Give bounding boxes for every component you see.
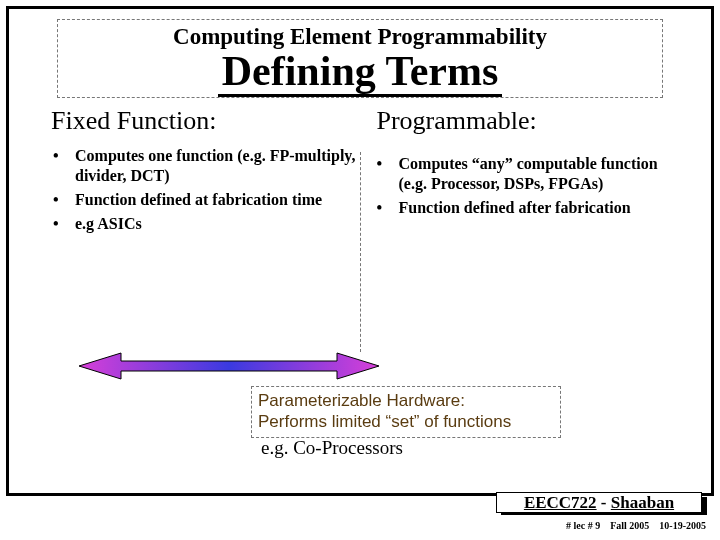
parameterizable-box: Parameterizable Hardware: Performs limit…	[251, 386, 561, 438]
double-arrow-icon	[79, 351, 379, 381]
coprocessors-caption: e.g. Co-Processors	[261, 437, 403, 459]
title-main: Defining Terms	[218, 48, 503, 97]
param-line2: Performs limited “set” of functions	[258, 411, 554, 432]
footer-term: Fall 2005	[610, 520, 649, 531]
heading-fixed-function: Fixed Function:	[49, 106, 356, 136]
footer-lec: # lec # 9	[566, 520, 600, 531]
bullet-icon: •	[53, 214, 75, 234]
badge-face: EECC722 - Shaaban	[496, 492, 702, 513]
svg-marker-0	[79, 353, 379, 379]
footer-meta: # lec # 9Fall 200510-19-2005	[556, 520, 706, 531]
list-item-text: Computes “any” computable function (e.g.…	[399, 154, 672, 194]
param-line1: Parameterizable Hardware:	[258, 390, 554, 411]
footer-author: Shaaban	[611, 493, 674, 512]
footer-badge: EECC722 - Shaaban	[496, 492, 708, 516]
column-fixed-function: Fixed Function: •Computes one function (…	[49, 106, 356, 352]
list-item-text: Function defined after fabrication	[399, 198, 631, 218]
list-programmable: •Computes “any” computable function (e.g…	[365, 154, 672, 218]
bullet-icon: •	[377, 154, 399, 194]
list-item: •e.g ASICs	[53, 214, 356, 234]
title-overline: Computing Element Programmability	[66, 24, 654, 50]
footer-sep: -	[597, 493, 611, 512]
columns: Fixed Function: •Computes one function (…	[49, 106, 671, 352]
list-item: •Computes “any” computable function (e.g…	[377, 154, 672, 194]
slide-frame: Computing Element Programmability Defini…	[6, 6, 714, 496]
list-item-text: Computes one function (e.g. FP-multiply,…	[75, 146, 356, 186]
list-item: •Function defined after fabrication	[377, 198, 672, 218]
list-item-text: Function defined at fabrication time	[75, 190, 322, 210]
footer-course: EECC722	[524, 493, 597, 512]
heading-programmable: Programmable:	[365, 106, 672, 136]
bullet-icon: •	[53, 190, 75, 210]
bullet-icon: •	[377, 198, 399, 218]
list-fixed-function: •Computes one function (e.g. FP-multiply…	[49, 146, 356, 234]
bullet-icon: •	[53, 146, 75, 186]
list-item: •Computes one function (e.g. FP-multiply…	[53, 146, 356, 186]
column-programmable: Programmable: •Computes “any” computable…	[365, 106, 672, 352]
list-item-text: e.g ASICs	[75, 214, 142, 234]
footer-date: 10-19-2005	[659, 520, 706, 531]
title-box: Computing Element Programmability Defini…	[57, 19, 663, 98]
column-divider	[360, 152, 361, 352]
list-item: •Function defined at fabrication time	[53, 190, 356, 210]
